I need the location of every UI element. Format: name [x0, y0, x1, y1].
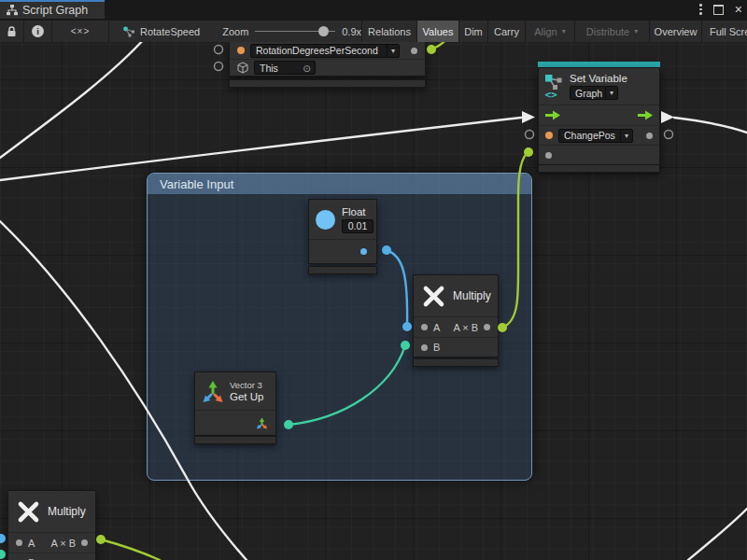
vector3-output-port[interactable] [256, 417, 268, 429]
variable-scope-dropdown[interactable]: Graph ▾ [570, 86, 618, 100]
node-footer [194, 436, 276, 444]
node-footer [308, 266, 377, 274]
code-view-button[interactable]: <×> [52, 21, 108, 42]
object-picker-icon[interactable]: ⊙ [299, 63, 315, 74]
toolbar-button-overview[interactable]: Overview [650, 21, 701, 42]
node-footer [413, 358, 499, 367]
toolbar-button-fullscreen[interactable]: Full Screen [702, 21, 747, 42]
vector3-arrows-icon [201, 379, 225, 403]
zoom-value: 0.9x [342, 26, 361, 37]
float-output-port[interactable] [360, 248, 367, 255]
target-object-field[interactable]: This ⊙ [254, 61, 316, 75]
close-icon[interactable]: × [735, 4, 742, 15]
node-type-label: Vector 3 [230, 380, 263, 390]
zoom-label: Zoom [222, 26, 248, 37]
info-button[interactable]: i [24, 21, 51, 42]
node-multiply[interactable]: Multiply A A × B B [413, 274, 499, 357]
value-input-row [539, 145, 659, 164]
multiply-x-icon [422, 285, 445, 308]
variable-value-output-port[interactable] [411, 48, 417, 54]
node-title: Float [342, 206, 366, 217]
node-vector3-get-up[interactable]: Vector 3 Get Up [194, 371, 276, 436]
float-output-row [309, 240, 376, 263]
flow-output-port[interactable] [638, 110, 653, 120]
variable-output-port[interactable] [646, 133, 653, 139]
set-variable-name-row: ChangePos ▾ [539, 125, 659, 145]
tab-bar: Script Graph × [0, 0, 747, 21]
toolbar: i <×> RotateSpeed Zoom 0.9x Relations Va… [0, 21, 747, 42]
result-output-port[interactable] [81, 539, 88, 546]
lock-icon [7, 25, 17, 37]
float-value-field[interactable]: 0.01 [342, 219, 374, 233]
multiply-b-row: B [414, 337, 498, 357]
node-get-variable[interactable]: RotationDegreesPerSecond ▾ This ⊙ [229, 41, 426, 77]
variable-name-port[interactable] [545, 132, 553, 139]
script-graph-icon [7, 5, 18, 16]
graph-info-segment: RotateSpeed Zoom 0.9x [109, 21, 361, 42]
multiply-b-row: B [8, 553, 95, 560]
node-title: Multiply [48, 505, 86, 518]
info-icon: i [32, 25, 44, 37]
zoom-slider[interactable] [255, 31, 335, 32]
multiply-a-row: A A × B [8, 533, 95, 553]
window-menu-icon[interactable] [699, 4, 702, 15]
chevron-down-icon: ▾ [562, 27, 566, 35]
variable-name-dropdown[interactable]: RotationDegreesPerSecond ▾ [250, 44, 400, 58]
chevron-down-icon: ▾ [605, 87, 617, 99]
result-output-port[interactable] [484, 324, 490, 330]
node-footer [538, 164, 660, 173]
multiply-a-row: A A × B [414, 317, 498, 337]
float-type-icon [316, 210, 335, 230]
group-header[interactable]: Variable Input [148, 174, 531, 194]
chevron-down-icon[interactable]: ▾ [387, 45, 399, 57]
flow-row [539, 105, 659, 125]
zoom-slider-handle[interactable] [318, 26, 329, 36]
graph-icon [122, 26, 135, 37]
maximize-icon[interactable] [713, 5, 724, 15]
get-variable-target-row: This ⊙ [230, 59, 425, 76]
vector-output-row [195, 411, 275, 435]
variable-name-dropdown[interactable]: ChangePos ▾ [558, 129, 633, 143]
toolbar-button-carry[interactable]: Carry [488, 21, 525, 42]
tab-script-graph[interactable]: Script Graph [0, 0, 105, 19]
node-title: Multiply [453, 289, 491, 302]
chevron-down-icon: ▾ [620, 130, 632, 142]
flow-input-port[interactable] [545, 110, 560, 120]
node-set-variable[interactable]: <> Set Variable Graph ▾ ChangePos ▾ [538, 67, 660, 165]
svg-text:<>: <> [545, 89, 558, 99]
lock-button[interactable] [0, 21, 23, 42]
variable-name-port[interactable] [237, 47, 245, 54]
toolbar-button-dim[interactable]: Dim [459, 21, 487, 42]
graph-name: RotateSpeed [140, 26, 200, 37]
cube-icon [237, 62, 248, 74]
node-title: Get Up [230, 391, 263, 402]
multiply-x-icon [17, 500, 40, 524]
node-float-literal[interactable]: Float 0.01 [308, 199, 377, 264]
toolbar-button-relations[interactable]: Relations [362, 21, 416, 42]
code-icon: <×> [71, 26, 91, 36]
input-a-port[interactable] [421, 324, 428, 330]
node-title: Set Variable [570, 73, 627, 84]
chevron-down-icon: ▾ [634, 27, 638, 35]
node-footer [229, 79, 426, 88]
input-a-port[interactable] [16, 539, 22, 546]
node-multiply-bottom[interactable]: Multiply A A × B B [7, 490, 96, 560]
input-b-port[interactable] [421, 344, 428, 351]
get-variable-name-row: RotationDegreesPerSecond ▾ [230, 42, 425, 59]
tab-title: Script Graph [22, 4, 88, 17]
toolbar-button-align[interactable]: Align▾ [526, 21, 574, 42]
graph-variable-icon: <> [544, 74, 564, 99]
value-input-port[interactable] [545, 152, 552, 159]
group-title: Variable Input [160, 177, 233, 191]
toolbar-button-values[interactable]: Values [417, 21, 458, 42]
toolbar-button-distribute[interactable]: Distribute▾ [575, 21, 649, 42]
